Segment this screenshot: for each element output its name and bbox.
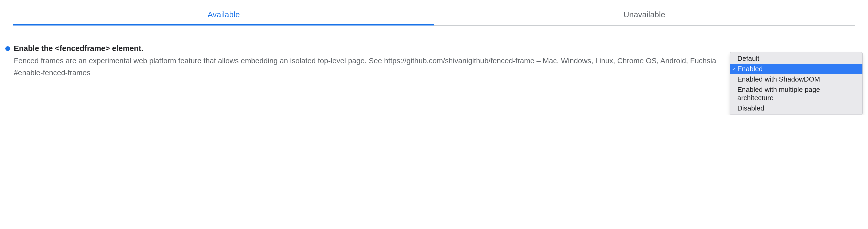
dropdown-option-enabled[interactable]: ✓ Enabled [730,64,862,74]
flag-title-line: Enable the <fencedframe> element. [5,44,722,53]
tab-available[interactable]: Available [13,5,434,26]
dropdown-option-default[interactable]: Default [730,53,862,64]
flag-description: Fenced frames are an experimental web pl… [14,55,722,66]
flag-title: Enable the <fencedframe> element. [14,44,144,53]
flag-dropdown[interactable]: Default ✓ Enabled Enabled with ShadowDOM… [730,52,863,115]
dropdown-option-shadowdom[interactable]: Enabled with ShadowDOM [730,74,862,84]
tabs-bar: Available Unavailable [13,5,855,26]
dropdown-option-enabled-label: Enabled [737,65,763,73]
checkmark-icon: ✓ [732,66,736,72]
dropdown-option-disabled[interactable]: Disabled [730,103,862,113]
flag-text-block: Enable the <fencedframe> element. Fenced… [5,44,730,77]
flag-anchor-link[interactable]: #enable-fenced-frames [14,69,722,77]
tab-unavailable[interactable]: Unavailable [434,5,855,26]
flag-row: Enable the <fencedframe> element. Fenced… [5,44,863,115]
dropdown-option-mpa[interactable]: Enabled with multiple page architecture [730,84,862,103]
status-dot-icon [5,46,10,51]
